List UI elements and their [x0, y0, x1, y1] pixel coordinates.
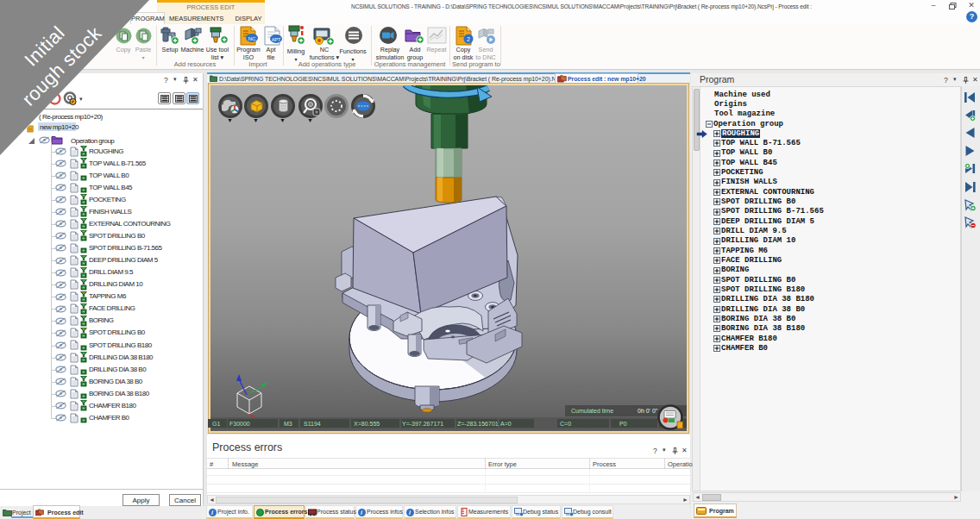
svg-text:2: 2	[467, 36, 470, 42]
svg-text:NC: NC	[248, 36, 256, 41]
svg-text:APT: APT	[272, 37, 281, 42]
